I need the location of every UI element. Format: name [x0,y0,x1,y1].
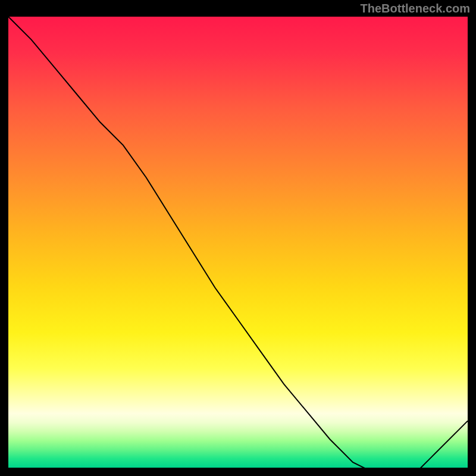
line-series [8,17,468,468]
attribution-label: TheBottleneck.com [361,2,470,15]
chart-plot-area [8,17,468,468]
curve-path [8,17,468,468]
